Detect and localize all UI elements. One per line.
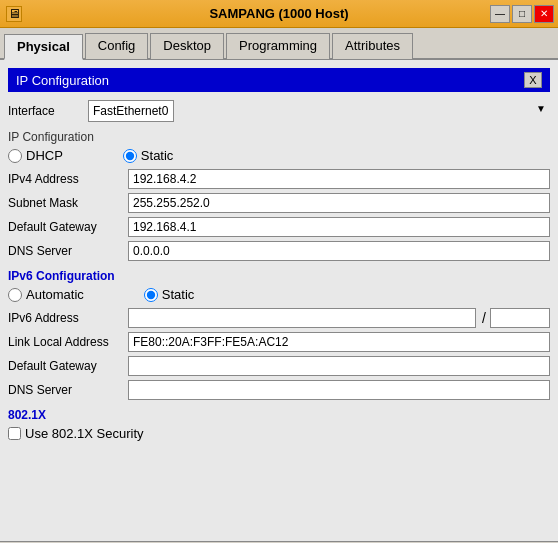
ipv4-address-label: IPv4 Address	[8, 172, 128, 186]
ipv6-dns-row: DNS Server	[8, 380, 550, 400]
static6-radio[interactable]	[144, 288, 158, 302]
dot1x-label: Use 802.1X Security	[25, 426, 144, 441]
automatic-radio[interactable]	[8, 288, 22, 302]
static6-radio-item: Static	[144, 287, 195, 302]
interface-row: Interface FastEthernet0	[8, 100, 550, 122]
subnet-mask-label: Subnet Mask	[8, 196, 128, 210]
dhcp-radio[interactable]	[8, 149, 22, 163]
ipv4-address-input[interactable]	[128, 169, 550, 189]
minimize-button[interactable]: —	[490, 5, 510, 23]
tab-bar: Physical Config Desktop Programming Attr…	[0, 28, 558, 60]
automatic-label: Automatic	[26, 287, 84, 302]
tab-programming[interactable]: Programming	[226, 33, 330, 59]
title-bar: 🖥 SAMPANG (1000 Host) — □ ✕	[0, 0, 558, 28]
ipv6-address-row: IPv6 Address /	[8, 308, 550, 328]
static-label: Static	[141, 148, 174, 163]
ipv6-mode-radio-group: Automatic Static	[8, 287, 550, 302]
link-local-input[interactable]	[128, 332, 550, 352]
ipv6-dns-input[interactable]	[128, 380, 550, 400]
window-controls: — □ ✕	[490, 5, 554, 23]
interface-label: Interface	[8, 104, 88, 118]
static-radio-item: Static	[123, 148, 174, 163]
interface-select-wrapper: FastEthernet0	[88, 100, 550, 122]
maximize-button[interactable]: □	[512, 5, 532, 23]
close-button[interactable]: ✕	[534, 5, 554, 23]
static6-label: Static	[162, 287, 195, 302]
ipv6-address-input[interactable]	[128, 308, 476, 328]
tab-physical[interactable]: Physical	[4, 34, 83, 60]
dns-server-label: DNS Server	[8, 244, 128, 258]
ipv6-gateway-row: Default Gateway	[8, 356, 550, 376]
ipv4-address-row: IPv4 Address	[8, 169, 550, 189]
subnet-mask-input[interactable]	[128, 193, 550, 213]
app-icon: 🖥	[6, 6, 22, 22]
default-gateway-label: Default Gateway	[8, 220, 128, 234]
tab-desktop[interactable]: Desktop	[150, 33, 224, 59]
link-local-label: Link Local Address	[8, 335, 128, 349]
tab-attributes[interactable]: Attributes	[332, 33, 413, 59]
ipv6-section-label: IPv6 Configuration	[8, 269, 550, 283]
subnet-mask-row: Subnet Mask	[8, 193, 550, 213]
ip-config-section-label: IP Configuration	[8, 130, 550, 144]
ip-config-title: IP Configuration	[16, 73, 109, 88]
default-gateway-row: Default Gateway	[8, 217, 550, 237]
dns-server-input[interactable]	[128, 241, 550, 261]
automatic-radio-item: Automatic	[8, 287, 84, 302]
tab-config[interactable]: Config	[85, 33, 149, 59]
default-gateway-input[interactable]	[128, 217, 550, 237]
dhcp-label: DHCP	[26, 148, 63, 163]
ipv6-gateway-input[interactable]	[128, 356, 550, 376]
ip-mode-radio-group: DHCP Static	[8, 148, 550, 163]
dot1x-section-label: 802.1X	[8, 408, 550, 422]
interface-select[interactable]: FastEthernet0	[88, 100, 174, 122]
ip-config-close-button[interactable]: X	[524, 72, 542, 88]
ipv6-dns-label: DNS Server	[8, 383, 128, 397]
ipv6-gateway-label: Default Gateway	[8, 359, 128, 373]
dot1x-checkbox[interactable]	[8, 427, 21, 440]
dot1x-checkbox-row: Use 802.1X Security	[8, 426, 550, 441]
window-title: SAMPANG (1000 Host)	[209, 6, 348, 21]
link-local-row: Link Local Address	[8, 332, 550, 352]
ipv6-address-label: IPv6 Address	[8, 311, 128, 325]
static-radio[interactable]	[123, 149, 137, 163]
ipv6-slash: /	[482, 310, 486, 326]
dns-server-row: DNS Server	[8, 241, 550, 261]
content-area: IP Configuration X Interface FastEtherne…	[0, 60, 558, 541]
ipv6-prefix-input[interactable]	[490, 308, 550, 328]
dhcp-radio-item: DHCP	[8, 148, 63, 163]
ip-config-header: IP Configuration X	[8, 68, 550, 92]
